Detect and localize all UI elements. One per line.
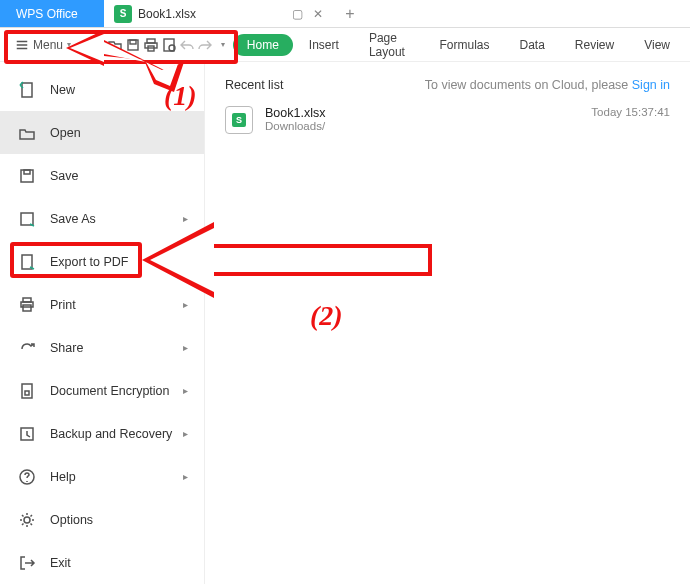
recent-file-item[interactable]: S Book1.xlsx Downloads/ Today 15:37:41 [225,106,670,134]
tab-formulas[interactable]: Formulas [425,38,503,52]
menu-new[interactable]: New [0,68,204,111]
menu-save-as[interactable]: Save As ▸ [0,197,204,240]
menu-label: New [50,83,75,97]
menu-label: Menu [33,38,63,52]
menu-label: Print [50,298,76,312]
tab-view[interactable]: View [630,38,684,52]
menu-options[interactable]: Options [0,498,204,541]
qat-dropdown-icon[interactable]: ▾ [221,40,225,49]
svg-point-19 [24,517,30,523]
menu-label: Exit [50,556,71,570]
file-menu-sidebar: New Open Save Save As ▸ Export to PDF Pr… [0,62,205,584]
new-tab-button[interactable]: + [333,0,367,27]
tab-review[interactable]: Review [561,38,628,52]
share-icon [18,339,36,357]
menu-print[interactable]: Print ▸ [0,283,204,326]
menu-label: Backup and Recovery [50,427,172,441]
chevron-right-icon: ▸ [183,213,188,224]
sign-in-link[interactable]: Sign in [632,78,670,92]
chevron-right-icon: ▸ [183,299,188,310]
chevron-right-icon: ▸ [183,385,188,396]
svg-rect-10 [21,213,33,225]
qat-open-icon[interactable] [107,33,123,57]
menu-exit[interactable]: Exit [0,541,204,584]
svg-rect-8 [21,170,33,182]
redo-icon[interactable] [197,33,213,57]
chevron-right-icon: ▸ [183,471,188,482]
recent-heading: Recent list [225,78,283,92]
undo-icon[interactable] [179,33,195,57]
menu-label: Export to PDF [50,255,129,269]
chevron-down-icon: ▾ [67,40,71,49]
tab-close-icon[interactable]: ✕ [313,7,323,21]
spreadsheet-icon: S [114,5,132,23]
tab-insert[interactable]: Insert [295,38,353,52]
qat-save-icon[interactable] [125,33,141,57]
menu-label: Save [50,169,79,183]
lock-icon [18,382,36,400]
chevron-right-icon: ▸ [183,428,188,439]
new-icon [18,81,36,99]
menu-label: Options [50,513,93,527]
app-title: WPS Office [0,0,104,27]
open-icon [18,124,36,142]
print-icon [18,296,36,314]
help-icon [18,468,36,486]
tab-detach-icon[interactable]: ▢ [292,7,303,21]
export-pdf-icon [18,253,36,271]
menu-label: Share [50,341,83,355]
menu-label: Open [50,126,81,140]
save-icon [18,167,36,185]
workbook-tab[interactable]: S Book1.xlsx ▢ ✕ [104,0,333,27]
recent-panel: Recent list To view documents on Cloud, … [205,62,690,584]
recent-file-name: Book1.xlsx [265,106,579,120]
recent-file-time: Today 15:37:41 [591,106,670,134]
menu-label: Save As [50,212,96,226]
menu-open[interactable]: Open [0,111,204,154]
exit-icon [18,554,36,572]
svg-rect-14 [23,305,31,311]
menu-label: Help [50,470,76,484]
hamburger-icon [15,38,29,52]
tab-data[interactable]: Data [505,38,558,52]
recent-file-path: Downloads/ [265,120,579,132]
cloud-prompt: To view documents on Cloud, please Sign … [425,78,670,92]
menu-export-pdf[interactable]: Export to PDF [0,240,204,283]
svg-rect-16 [25,391,29,395]
svg-rect-9 [24,170,30,174]
qat-print-icon[interactable] [143,33,159,57]
menu-help[interactable]: Help ▸ [0,455,204,498]
menu-backup[interactable]: Backup and Recovery ▸ [0,412,204,455]
menu-button[interactable]: Menu ▾ [6,34,80,56]
tab-filename: Book1.xlsx [138,7,196,21]
menu-share[interactable]: Share ▸ [0,326,204,369]
svg-rect-7 [22,83,32,97]
svg-rect-1 [130,40,136,44]
save-as-icon [18,210,36,228]
qat-home-icon[interactable] [89,33,105,57]
backup-icon [18,425,36,443]
menu-save[interactable]: Save [0,154,204,197]
gear-icon [18,511,36,529]
tab-home[interactable]: Home [233,34,293,56]
menu-label: Document Encryption [50,384,170,398]
menu-encryption[interactable]: Document Encryption ▸ [0,369,204,412]
file-icon: S [225,106,253,134]
qat-preview-icon[interactable] [161,33,177,57]
chevron-right-icon: ▸ [183,342,188,353]
tab-page-layout[interactable]: Page Layout [355,31,424,59]
